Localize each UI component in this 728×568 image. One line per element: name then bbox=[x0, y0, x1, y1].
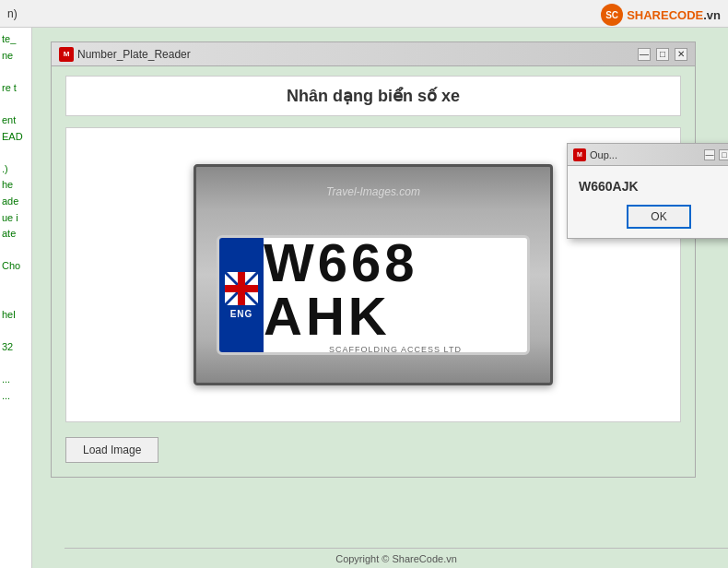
copyright-text: Copyright © ShareCode.vn bbox=[335, 553, 457, 564]
popup-controls: — □ ✕ bbox=[704, 149, 728, 160]
sharecode-suffix: .vn bbox=[703, 8, 721, 22]
sharecode-logo: SC SHARECODE .vn bbox=[601, 4, 721, 26]
npr-window: M Number_Plate_Reader — □ ✕ Nhân dạng bi… bbox=[51, 41, 696, 478]
copyright-bar: Copyright © ShareCode.vn bbox=[65, 548, 728, 568]
plate-image: Travel-Images.com bbox=[194, 164, 553, 385]
npr-content: Nhân dạng biển số xe Travel-Images.com bbox=[52, 66, 695, 477]
popup-result-text: W660AJK bbox=[579, 179, 728, 194]
sharecode-brand: SHARECODE bbox=[627, 8, 703, 22]
svg-rect-6 bbox=[225, 285, 258, 292]
npr-title-left: M Number_Plate_Reader bbox=[59, 47, 191, 62]
popup-title-text: Oup... bbox=[590, 149, 617, 160]
popup-matlab-icon: M bbox=[573, 148, 586, 161]
main-area: M Number_Plate_Reader — □ ✕ Nhân dạng bi… bbox=[32, 28, 728, 568]
npr-close-btn[interactable]: ✕ bbox=[675, 48, 687, 61]
npr-title-text: Number_Plate_Reader bbox=[77, 48, 191, 61]
sidebar-content: te_ ne re t ent EAD .) he ade ue i ate C… bbox=[0, 28, 31, 408]
flag-cross-icon bbox=[225, 272, 258, 305]
sharecode-icon: SC bbox=[601, 4, 623, 26]
npr-window-controls: — □ ✕ bbox=[638, 48, 687, 61]
npr-header-label: Nhân dạng biển số xe bbox=[65, 76, 681, 116]
top-bar-text: n) bbox=[7, 7, 18, 20]
npr-maximize-btn[interactable]: □ bbox=[656, 48, 669, 61]
npr-matlab-icon: M bbox=[59, 47, 74, 62]
popup-content: W660AJK OK bbox=[568, 166, 728, 238]
npr-minimize-btn[interactable]: — bbox=[638, 48, 651, 61]
load-image-button[interactable]: Load Image bbox=[65, 437, 159, 463]
npr-title-bar: M Number_Plate_Reader — □ ✕ bbox=[52, 42, 695, 66]
plate-main-text: W668 AHK bbox=[264, 236, 527, 343]
popup-dialog: M Oup... — □ ✕ W660AJK OK bbox=[567, 143, 728, 239]
popup-title-bar: M Oup... — □ ✕ bbox=[568, 144, 728, 166]
popup-title-left: M Oup... bbox=[573, 148, 617, 161]
plate-watermark: Travel-Images.com bbox=[326, 185, 420, 198]
popup-maximize-btn[interactable]: □ bbox=[719, 149, 728, 160]
flag-eng-text: ENG bbox=[230, 309, 253, 319]
left-sidebar: te_ ne re t ent EAD .) he ade ue i ate C… bbox=[0, 28, 32, 568]
plate-sub-text: SCAFFOLDING ACCESS LTD bbox=[329, 345, 462, 354]
plate-number: W668 AHK SCAFFOLDING ACCESS LTD bbox=[264, 236, 527, 354]
plate-flag: ENG bbox=[219, 238, 264, 352]
popup-ok-button[interactable]: OK bbox=[627, 205, 690, 229]
top-bar: n) SC SHARECODE .vn bbox=[0, 0, 728, 28]
license-plate: ENG W668 AHK SCAFFOLDING ACCESS LTD bbox=[217, 235, 530, 355]
popup-minimize-btn[interactable]: — bbox=[704, 149, 715, 160]
